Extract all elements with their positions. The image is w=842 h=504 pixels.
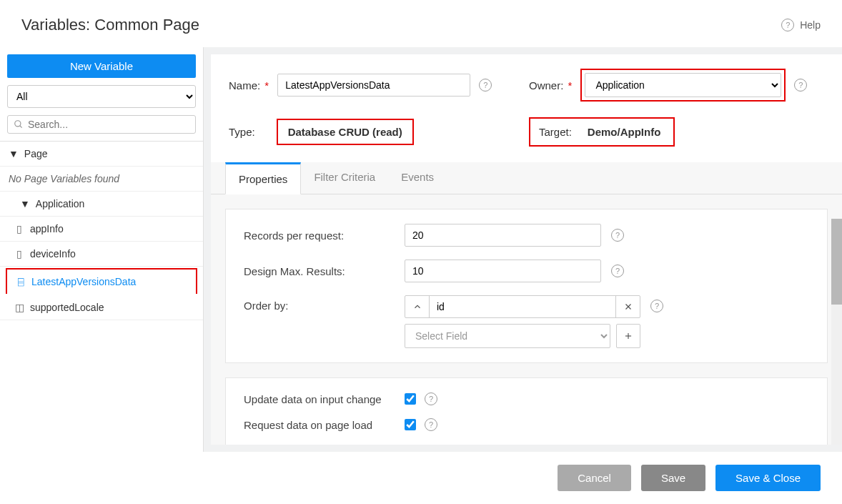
order-by-field-input[interactable]: [430, 296, 615, 317]
sidebar: New Variable All ▼ Page No Page Variable…: [0, 47, 204, 452]
tree-group-application[interactable]: ▼ Application: [0, 192, 203, 217]
sort-direction-button[interactable]: [405, 296, 430, 317]
sidebar-item-latestappversionsdata[interactable]: ⌸ LatestAppVersionsData: [6, 268, 197, 294]
type-label: Type:: [229, 126, 255, 138]
owner-label: Owner: *: [529, 79, 572, 92]
save-button[interactable]: Save: [641, 465, 705, 491]
sidebar-item-label: LatestAppVersionsData: [31, 276, 136, 287]
search-icon: [14, 119, 24, 129]
help-icon: ?: [781, 19, 794, 31]
search-input[interactable]: [28, 119, 189, 130]
update-on-change-label: Update data on input change: [244, 393, 405, 405]
sidebar-item-label: deviceInfo: [30, 248, 76, 260]
sidebar-item-label: supportedLocale: [30, 302, 104, 313]
tabs: Properties Filter Criteria Events: [211, 162, 842, 194]
help-icon[interactable]: ?: [479, 79, 492, 92]
help-label: Help: [800, 19, 821, 31]
tree-label: Application: [36, 198, 85, 209]
new-variable-button[interactable]: New Variable: [7, 54, 196, 78]
close-icon: [623, 302, 633, 312]
scrollbar[interactable]: [831, 219, 842, 445]
sidebar-item-appinfo[interactable]: ▯ appInfo: [0, 217, 203, 242]
database-icon: ⌸: [16, 276, 26, 287]
help-icon[interactable]: ?: [425, 392, 437, 405]
help-icon[interactable]: ?: [650, 300, 663, 312]
type-value: Database CRUD (read): [277, 119, 414, 145]
design-max-input[interactable]: [405, 260, 601, 282]
cancel-button[interactable]: Cancel: [558, 465, 631, 491]
variable-icon: ▯: [14, 223, 24, 234]
tab-events[interactable]: Events: [388, 162, 447, 194]
request-on-load-checkbox[interactable]: [405, 419, 416, 430]
request-on-load-label: Request data on page load: [244, 419, 405, 431]
tree-group-page[interactable]: ▼ Page: [0, 142, 203, 167]
design-max-label: Design Max. Results:: [244, 265, 405, 277]
tree-label: Page: [24, 148, 48, 159]
caret-down-icon: ▼: [20, 198, 30, 209]
plus-icon: [623, 331, 633, 341]
chevron-up-icon: [412, 302, 422, 312]
tab-properties[interactable]: Properties: [225, 162, 301, 194]
name-input[interactable]: [277, 74, 470, 97]
variable-icon: ▯: [14, 248, 24, 260]
search-input-wrap[interactable]: [7, 115, 196, 134]
save-close-button[interactable]: Save & Close: [715, 465, 821, 491]
svg-line-1: [20, 126, 22, 128]
tab-filter-criteria[interactable]: Filter Criteria: [301, 162, 388, 194]
footer: Cancel Save Save & Close: [0, 452, 842, 504]
owner-select[interactable]: Application: [585, 73, 781, 97]
help-icon[interactable]: ?: [794, 79, 807, 92]
clear-order-button[interactable]: [615, 296, 640, 317]
order-by-label: Order by:: [244, 295, 405, 312]
help-link[interactable]: ? Help: [781, 19, 821, 31]
sidebar-item-label: appInfo: [30, 223, 64, 234]
no-page-vars-text: No Page Variables found: [0, 167, 203, 192]
sidebar-item-deviceinfo[interactable]: ▯ deviceInfo: [0, 242, 203, 267]
main-panel: Name: * ? Owner: * Application ?: [211, 54, 842, 445]
records-per-request-label: Records per request:: [244, 229, 405, 242]
add-order-field-button[interactable]: [616, 324, 640, 348]
name-label: Name: *: [229, 79, 269, 92]
caret-down-icon: ▼: [9, 148, 19, 159]
target-label: Target:: [533, 122, 578, 142]
variable-icon: ◫: [14, 302, 24, 313]
svg-point-0: [15, 121, 21, 127]
help-icon[interactable]: ?: [611, 229, 624, 242]
target-value: Demo/AppInfo: [578, 120, 671, 144]
records-per-request-input[interactable]: [405, 224, 601, 247]
sidebar-item-supportedlocale[interactable]: ◫ supportedLocale: [0, 295, 203, 320]
filter-select[interactable]: All: [7, 85, 196, 108]
help-icon[interactable]: ?: [611, 265, 624, 277]
help-icon[interactable]: ?: [425, 418, 437, 431]
scrollbar-thumb[interactable]: [831, 219, 842, 305]
page-title: Variables: Common Page: [21, 16, 199, 34]
select-field-dropdown[interactable]: Select Field: [405, 324, 610, 348]
update-on-change-checkbox[interactable]: [405, 393, 416, 405]
